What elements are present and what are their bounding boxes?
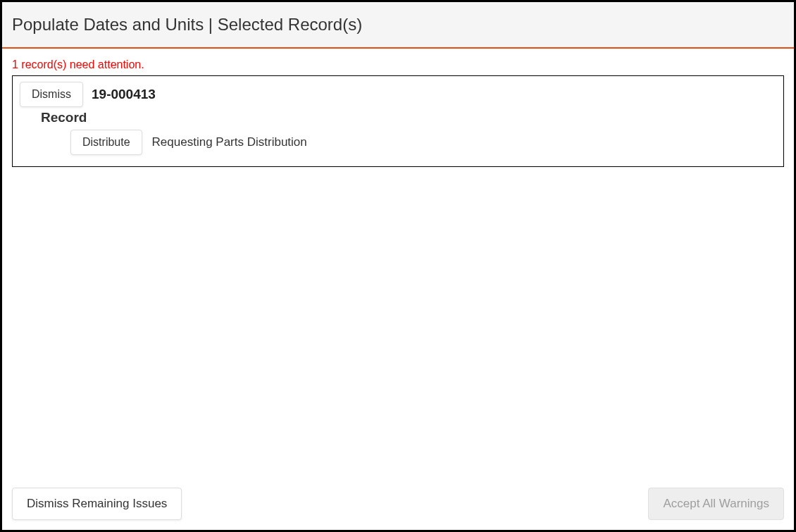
dismiss-remaining-button[interactable]: Dismiss Remaining Issues xyxy=(12,488,182,520)
record-id: 19-000413 xyxy=(92,87,156,102)
attention-message: 1 record(s) need attention. xyxy=(12,58,784,71)
dialog-content: 1 record(s) need attention. Dismiss 19-0… xyxy=(2,49,794,478)
record-header-row: Dismiss 19-000413 xyxy=(20,82,772,107)
dialog-title: Populate Dates and Units | Selected Reco… xyxy=(12,15,784,35)
dialog-footer: Dismiss Remaining Issues Accept All Warn… xyxy=(2,478,794,530)
accept-all-warnings-button: Accept All Warnings xyxy=(648,488,784,520)
dismiss-button[interactable]: Dismiss xyxy=(20,82,83,107)
record-label: Record xyxy=(41,110,772,125)
distribute-button[interactable]: Distribute xyxy=(70,130,142,155)
action-description: Requesting Parts Distribution xyxy=(152,135,307,149)
record-card: Dismiss 19-000413 Record Distribute Requ… xyxy=(12,75,784,167)
record-action-row: Distribute Requesting Parts Distribution xyxy=(70,130,772,155)
dialog-header: Populate Dates and Units | Selected Reco… xyxy=(2,2,794,49)
